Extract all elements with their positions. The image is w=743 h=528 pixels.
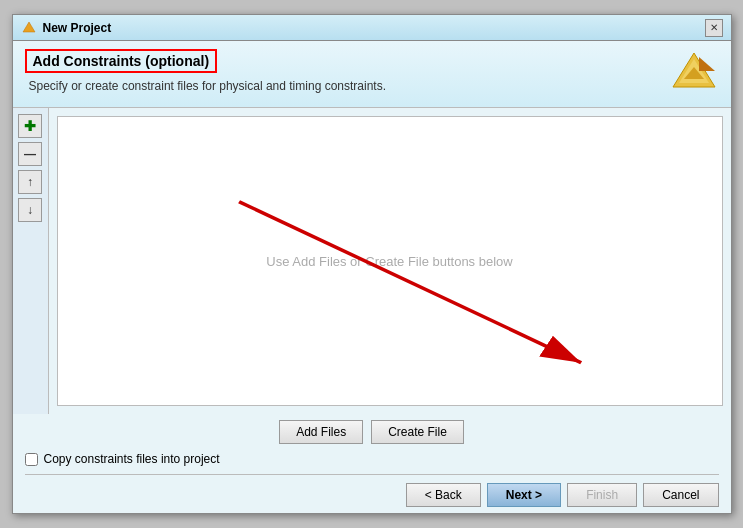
copy-checkbox-row: Copy constraints files into project <box>25 452 719 466</box>
svg-marker-0 <box>23 22 35 32</box>
close-button[interactable]: ✕ <box>705 19 723 37</box>
page-title: Add Constraints (optional) <box>25 49 218 73</box>
svg-line-6 <box>239 202 581 363</box>
window-icon <box>21 20 37 36</box>
file-list: Use Add Files or Create File buttons bel… <box>57 116 723 406</box>
new-project-window: New Project ✕ Add Constraints (optional)… <box>12 14 732 514</box>
cancel-button[interactable]: Cancel <box>643 483 718 507</box>
navigation-buttons: < Back Next > Finish Cancel <box>25 474 719 507</box>
logo-icon <box>669 49 719 99</box>
svg-marker-4 <box>699 57 715 71</box>
content-area: ✚ — ↑ ↓ Use Add Files or Create File but… <box>13 108 731 414</box>
remove-button[interactable]: — <box>18 142 42 166</box>
file-action-buttons: Add Files Create File <box>25 420 719 444</box>
create-file-button[interactable]: Create File <box>371 420 464 444</box>
copy-files-label: Copy constraints files into project <box>44 452 220 466</box>
empty-list-message: Use Add Files or Create File buttons bel… <box>266 254 512 269</box>
window-title: New Project <box>43 21 705 35</box>
add-files-button[interactable]: Add Files <box>279 420 363 444</box>
back-button[interactable]: < Back <box>406 483 481 507</box>
add-button[interactable]: ✚ <box>18 114 42 138</box>
header-text: Add Constraints (optional) Specify or cr… <box>25 49 669 93</box>
next-button[interactable]: Next > <box>487 483 561 507</box>
title-bar: New Project ✕ <box>13 15 731 41</box>
move-up-button[interactable]: ↑ <box>18 170 42 194</box>
copy-files-checkbox[interactable] <box>25 453 38 466</box>
bottom-section: Add Files Create File Copy constraints f… <box>13 414 731 513</box>
move-down-button[interactable]: ↓ <box>18 198 42 222</box>
page-subtitle: Specify or create constraint files for p… <box>29 79 669 93</box>
finish-button[interactable]: Finish <box>567 483 637 507</box>
toolbar: ✚ — ↑ ↓ <box>13 108 49 414</box>
header-area: Add Constraints (optional) Specify or cr… <box>13 41 731 108</box>
